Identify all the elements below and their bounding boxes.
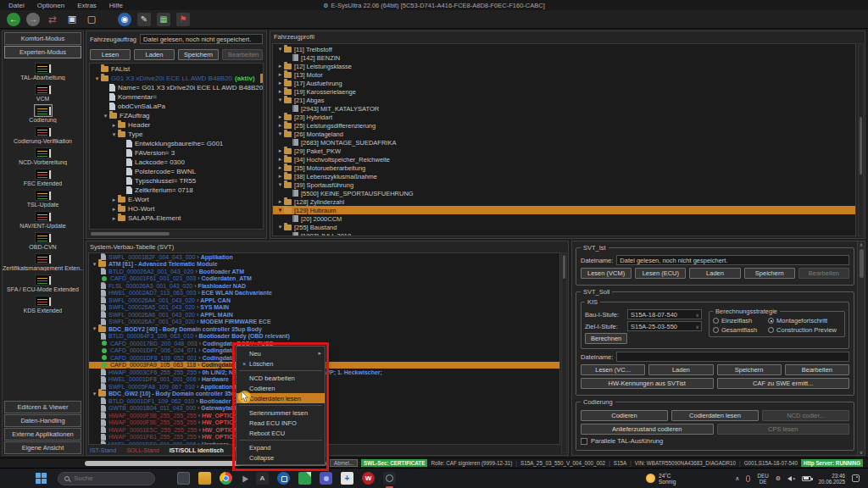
fahrzeugauftrag-hscrollbar[interactable]	[89, 231, 264, 236]
tree-row[interactable]: [2683] MONTAGE_SUEDAFRIKA	[273, 138, 855, 147]
menu-datei[interactable]: Datei	[8, 2, 25, 9]
tree-row[interactable]: [142] BENZIN	[273, 53, 855, 62]
search-box[interactable]	[58, 472, 155, 485]
svt-row[interactable]: FLSL_000026A3_001_043_020›Flashloader NA…	[89, 282, 559, 290]
tree-row[interactable]: Lackcode= 0300	[90, 158, 263, 167]
svt-row[interactable]: SWFL_00001B2F_004_043_000›Applikation	[89, 253, 559, 261]
tree-row[interactable]: [2943] MIT_KATALYSATOR	[273, 104, 855, 113]
scroll-up-icon[interactable]: ∧	[860, 241, 863, 247]
green-doc-icon[interactable]	[298, 472, 311, 485]
sidebar-item-ncd-vorbereitung[interactable]: NCD-Vorbereitung	[3, 147, 83, 165]
sidebar-item-nav-ent-update[interactable]: NAV/ENT-Update	[3, 211, 83, 229]
svt-row[interactable]: SWFL_000026A4_001_043_020›APPL CAN	[89, 297, 559, 304]
vscroll-thumb[interactable]	[860, 249, 864, 278]
sidebar-item-tsl-update[interactable]: TSL-Update	[3, 190, 83, 208]
tree-row[interactable]: Zeitkriterium= 0718	[90, 186, 263, 195]
svt-row[interactable]: SWFL_000026A6_001_043_020›APPL MAIN	[89, 311, 559, 319]
speichern-button[interactable]: Speichern	[178, 49, 219, 60]
tree-row[interactable]: Polstercode= BWNL	[90, 167, 263, 176]
tree-row[interactable]: ▸E-Wort	[90, 195, 263, 204]
search-input[interactable]	[74, 474, 142, 482]
svt-row[interactable]: HWEL_00002AD7_113_063_003›ECE WLAN Dachv…	[89, 290, 559, 297]
microphone-icon[interactable]	[746, 475, 750, 482]
connect-icon[interactable]: ⇄	[46, 13, 59, 26]
tree-row[interactable]: ▾[21] Abgas	[273, 96, 855, 104]
tree-row[interactable]: ▾G01 X3 xDrive20i ECE LL AWD B48B20(akti…	[90, 74, 263, 83]
menu-item-ncd-bearbeiten[interactable]: NCD bearbeiten	[236, 373, 325, 383]
sidebar-button-experten-modus[interactable]: Experten-Modus	[4, 46, 81, 58]
menu-hilfe[interactable]: Hilfe	[109, 2, 123, 9]
svt-row[interactable]: CAFD_00001F61_001_021_003›Codierdaten_AT…	[89, 275, 559, 283]
sidebar-item-zertifikatsmanagement-exten[interactable]: Zertifikatsmanagement Exten...	[3, 253, 83, 271]
help-icon[interactable]: ◉	[118, 13, 131, 26]
tree-row[interactable]: ▾Type	[90, 130, 263, 139]
menu-extras[interactable]: Extras	[77, 2, 97, 9]
laden-button[interactable]: Laden	[648, 364, 713, 375]
tree-row[interactable]: [20] 2000CCM	[273, 214, 855, 223]
tree-row[interactable]: ▾[26] Montageland	[273, 130, 855, 138]
tree-row[interactable]: [1807] JULI_2018	[273, 231, 855, 236]
clock[interactable]: 23:4620.06.2025	[818, 473, 845, 485]
tree-row[interactable]: ▸[25] Leistungsdifferenzierung	[273, 121, 855, 130]
tree-row[interactable]: Kommentar=	[90, 92, 263, 102]
ziel-i-stufe-select[interactable]: S15A-25-03-550∨	[627, 321, 702, 331]
svt-report-icon[interactable]: ▦	[157, 13, 170, 26]
bau-i-stufe-select[interactable]: S15A-18-07-540∨	[627, 309, 702, 319]
edit-fa-icon[interactable]: ✎	[137, 13, 151, 26]
parallele-tal-checkbox[interactable]	[581, 438, 587, 445]
abmelden-button[interactable]: Abmel...	[330, 459, 358, 467]
wordpress-icon[interactable]: W	[362, 472, 375, 485]
app-a-icon[interactable]: A	[256, 472, 269, 485]
back-icon[interactable]: ←	[7, 13, 20, 26]
tree-row[interactable]: ▾[255] Baustand	[273, 223, 855, 231]
tree-row[interactable]: obdCvnSaLaPa	[90, 102, 263, 111]
svt-row[interactable]: ▾ATM [61] - Advanced Telematic Module	[89, 261, 559, 269]
vscroll-thumb[interactable]	[563, 255, 565, 279]
esys-app-icon[interactable]	[383, 472, 396, 485]
menu-item-seriennummer-lesen[interactable]: Seriennummer lesen	[236, 408, 325, 418]
codierdaten-lesen-button[interactable]: Codierdaten lesen	[671, 410, 759, 421]
notepad-icon[interactable]: +	[341, 472, 353, 485]
radio-montagefortschritt[interactable]: Montagefortschritt	[768, 317, 841, 324]
forward-icon[interactable]: →	[26, 13, 40, 26]
hw-kennungen-aus-svtist-button[interactable]: HW-Kennungen aus SVTist	[581, 378, 714, 389]
caf-zu-swe-ermitt-button[interactable]: CAF zu SWE ermitt...	[717, 378, 850, 389]
pointer-icon[interactable]	[241, 472, 248, 485]
tree-row[interactable]: ▾[129] Hubraum	[273, 206, 855, 214]
hscroll-thumb[interactable]	[91, 232, 170, 236]
tree-row[interactable]: Name= G01 X3 xDrive20i ECE LL AWD B48B20	[90, 83, 263, 92]
tree-row[interactable]: ▸SALAPA-Element	[90, 214, 263, 223]
chrome-icon[interactable]	[220, 472, 232, 485]
tree-row[interactable]: ▸[23] Hybridart	[273, 113, 855, 121]
menu-item-read-ecu-info[interactable]: Read ECU INFO	[236, 418, 325, 428]
svtist-dateiname-field[interactable]: Datei gelesen, noch nicht gespeichert.	[616, 255, 849, 265]
sidebar-item-codierung-verifikation[interactable]: Codierung-Verifikation	[3, 126, 83, 144]
sidebar-item-vcm[interactable]: VCM	[3, 84, 83, 102]
tree-row[interactable]: ▾FZAuftrag	[90, 111, 263, 120]
tree-row[interactable]: ▸[19] Karosserielaenge	[273, 87, 855, 96]
language-indicator[interactable]: DEUDE	[757, 473, 768, 485]
menu-item-codieren[interactable]: Codieren	[236, 383, 325, 393]
tree-row[interactable]: ▾[11] Treibstoff	[273, 45, 855, 53]
laden-button[interactable]: Laden	[134, 49, 175, 60]
scroll-down-icon[interactable]: ∨	[860, 449, 863, 455]
menu-item-l-schen[interactable]: ×Löschen	[236, 358, 325, 369]
svt-row[interactable]: SWFL_000026A7_001_043_020›MODEM FIRMWARE…	[89, 319, 559, 326]
codieren-button[interactable]: Codieren	[581, 410, 668, 421]
start-button[interactable]	[36, 473, 47, 485]
tree-row[interactable]: FAList	[90, 64, 263, 74]
lesen-button[interactable]: Lesen	[90, 49, 131, 60]
tree-row[interactable]: ▸[17] Ausfuehrung	[273, 79, 855, 87]
menu-item-neu[interactable]: Neu▸	[236, 348, 325, 358]
lesen-vc-button[interactable]: Lesen (VC...	[581, 364, 645, 375]
sidebar-item-fsc-extended[interactable]: FSC Extended	[3, 169, 83, 186]
bearbeiten-button[interactable]: Bearbeiten	[785, 364, 849, 375]
sidebar-button-komfort-modus[interactable]: Komfort-Modus	[4, 32, 81, 45]
explorer-icon[interactable]	[198, 472, 211, 485]
tree-row[interactable]: ▸[13] Motor	[273, 70, 855, 79]
svt-row[interactable]: ▾BDC_BODY2 [40] - Body Domain controller…	[89, 325, 559, 333]
lesen-vcm-button[interactable]: Lesen (VCM)	[581, 268, 632, 279]
tree-row[interactable]: [5500] KEINE_SPORTAUSFUEHRUNG	[273, 189, 855, 197]
new-doc-icon[interactable]: ▢	[85, 13, 98, 26]
taskview-icon[interactable]	[177, 472, 190, 485]
